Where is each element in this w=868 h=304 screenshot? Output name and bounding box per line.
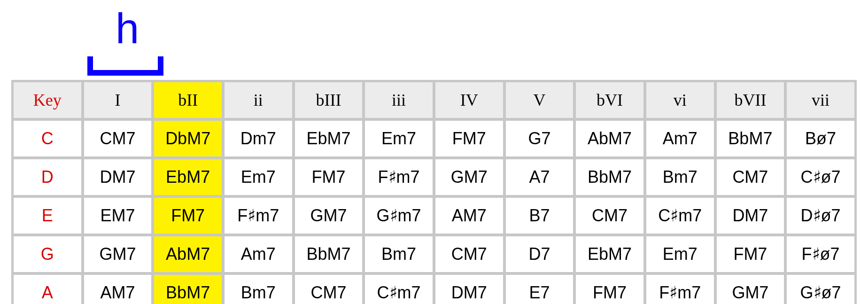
cell: Bm7 [364, 236, 433, 273]
cell: FM7 [575, 274, 644, 304]
cell: FM7 [716, 236, 785, 273]
cell: GM7 [435, 159, 504, 195]
row-key: A [13, 274, 82, 304]
cell: FM7 [435, 120, 504, 157]
cell: E7 [505, 274, 574, 304]
chord-table: Key I bII ii bIII iii IV V bVI vi bVII v… [11, 80, 857, 304]
cell: AM7 [84, 274, 152, 304]
cell: G♯ø7 [786, 274, 855, 304]
cell: BbM7 [294, 236, 363, 273]
cell: GM7 [716, 274, 785, 304]
cell: Am7 [646, 120, 714, 157]
cell: FM7 [294, 159, 363, 195]
cell: D7 [505, 236, 574, 273]
cell: F♯m7 [646, 274, 714, 304]
cell: Em7 [364, 120, 433, 157]
header-I: I [84, 82, 152, 118]
header-bVII: bVII [716, 82, 785, 118]
cell: AbM7 [154, 236, 222, 273]
header-IV: IV [435, 82, 504, 118]
cell: EbM7 [294, 120, 363, 157]
table-row: C CM7 DbM7 Dm7 EbM7 Em7 FM7 G7 AbM7 Am7 … [13, 120, 855, 157]
cell: GM7 [84, 236, 152, 273]
cell: Em7 [646, 236, 714, 273]
header-vii: vii [786, 82, 855, 118]
cell: GM7 [294, 197, 363, 234]
cell: DM7 [716, 197, 785, 234]
cell: F♯ø7 [786, 236, 855, 273]
table-row: A AM7 BbM7 Bm7 CM7 C♯m7 DM7 E7 FM7 F♯m7 … [13, 274, 855, 304]
header-bVI: bVI [575, 82, 644, 118]
header-bII: bII [154, 82, 222, 118]
cell: BbM7 [575, 159, 644, 195]
cell: Bm7 [224, 274, 293, 304]
halfstep-annotation: h [11, 9, 868, 80]
halfstep-bracket-icon [11, 9, 199, 85]
header-row: Key I bII ii bIII iii IV V bVI vi bVII v… [13, 82, 855, 118]
cell: Bm7 [646, 159, 714, 195]
row-key: C [13, 120, 82, 157]
cell: CM7 [716, 159, 785, 195]
table-row: E EM7 FM7 F♯m7 GM7 G♯m7 AM7 B7 CM7 C♯m7 … [13, 197, 855, 234]
cell: Dm7 [224, 120, 293, 157]
cell: Bø7 [786, 120, 855, 157]
cell: C♯ø7 [786, 159, 855, 195]
cell: CM7 [435, 236, 504, 273]
cell: Em7 [224, 159, 293, 195]
cell: Am7 [224, 236, 293, 273]
cell: EM7 [84, 197, 152, 234]
cell: BbM7 [154, 274, 222, 304]
cell: F♯m7 [224, 197, 293, 234]
cell: BbM7 [716, 120, 785, 157]
header-iii: iii [364, 82, 433, 118]
cell: AM7 [435, 197, 504, 234]
cell: B7 [505, 197, 574, 234]
cell: EbM7 [575, 236, 644, 273]
cell: D♯ø7 [786, 197, 855, 234]
cell: AbM7 [575, 120, 644, 157]
table-row: G GM7 AbM7 Am7 BbM7 Bm7 CM7 D7 EbM7 Em7 … [13, 236, 855, 273]
cell: FM7 [154, 197, 222, 234]
cell: G♯m7 [364, 197, 433, 234]
cell: F♯m7 [364, 159, 433, 195]
cell: CM7 [84, 120, 152, 157]
cell: CM7 [575, 197, 644, 234]
header-key: Key [13, 82, 82, 118]
header-bIII: bIII [294, 82, 363, 118]
cell: C♯m7 [364, 274, 433, 304]
table-row: D DM7 EbM7 Em7 FM7 F♯m7 GM7 A7 BbM7 Bm7 … [13, 159, 855, 195]
cell: EbM7 [154, 159, 222, 195]
row-key: D [13, 159, 82, 195]
header-ii: ii [224, 82, 293, 118]
row-key: G [13, 236, 82, 273]
header-V: V [505, 82, 574, 118]
cell: A7 [505, 159, 574, 195]
cell: DM7 [435, 274, 504, 304]
cell: DM7 [84, 159, 152, 195]
header-vi: vi [646, 82, 714, 118]
cell: CM7 [294, 274, 363, 304]
row-key: E [13, 197, 82, 234]
cell: C♯m7 [646, 197, 714, 234]
cell: DbM7 [154, 120, 222, 157]
cell: G7 [505, 120, 574, 157]
